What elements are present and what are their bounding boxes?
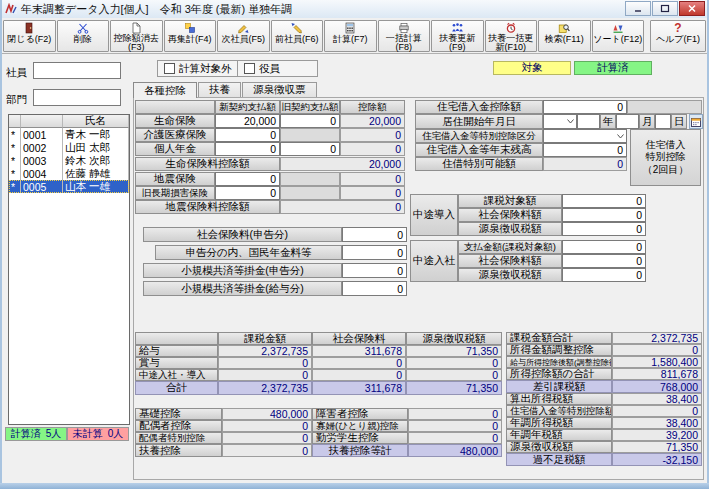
housing-deduction-input[interactable]: 0 [543,100,627,114]
tab-deductions[interactable]: 各種控除 [133,82,197,98]
housing-deduction-label: 住宅借入金控除額 [415,100,543,114]
officer-checkbox[interactable]: 役員 [238,61,317,76]
mutual-aid-salary-input[interactable]: 0 [342,281,407,296]
housing-second-deduction-button[interactable]: 住宅借入 特別控除 （2回目） [630,129,701,186]
delete-button[interactable]: 削除 [57,20,110,52]
midway-intro-taxable-label: 課税対象額 [458,194,562,208]
calendar-icon [691,117,701,127]
pension-new-input[interactable]: 0 [215,142,280,156]
day-input[interactable] [655,114,671,129]
filter-box: 計算対象外 役員 [157,60,318,77]
dependents-batch-update-button[interactable]: 扶養一括更新(F10) [485,20,538,52]
close-button[interactable] [679,1,705,16]
batch-calculate-button[interactable]: 一括計算(F8) [378,20,431,52]
housing-balance-label: 住宅借入金等年末残高 [415,143,543,157]
yearend-income-tax-value: 38,400 [612,417,702,429]
midway-join-withheld-input[interactable]: 0 [562,268,646,282]
disability-deduction-label: 障害者控除 [312,408,408,420]
housing-category-combobox[interactable] [543,129,627,143]
spouse-special-deduction-value: 0 [222,432,312,444]
dependents-update-button[interactable]: 扶養更新(F9) [431,20,484,52]
calendar-button[interactable] [689,114,703,129]
exclude-from-calc-checkbox[interactable]: 計算対象外 [158,61,238,76]
midway-intro-social-input[interactable]: 0 [562,208,646,222]
housing-balance-input[interactable]: 0 [543,143,627,157]
midway-intro-taxable-input[interactable]: 0 [562,194,646,208]
app-logo-icon [5,3,17,15]
calculated-status: 計算済 5人 [5,427,67,441]
midway-intro-withheld-input[interactable]: 0 [562,222,646,236]
mutual-aid-declared-input[interactable]: 0 [342,263,407,278]
dependent-deduction-label: 扶養控除 [135,444,222,457]
total-taxable-value: 2,372,735 [218,381,312,395]
employee-row[interactable]: * 0001 青木 一郎 [9,128,129,141]
recalc-button[interactable]: 再集計(F4) [164,20,217,52]
employee-search-input[interactable] [33,62,121,79]
next-employee-button[interactable]: 次社員(F5) [217,20,270,52]
window-frame-bottom [0,483,709,489]
printer-icon [398,22,410,34]
help-button[interactable]: ? ヘルプ(F1) [650,20,706,52]
quake-deduction-value: 0 [340,172,405,186]
disability-deduction-value: 0 [408,408,502,420]
midway-join-payment-input[interactable]: 0 [562,240,646,254]
taxable-total-value: 2,372,735 [612,332,702,344]
employee-row[interactable]: * 0003 鈴木 次郎 [9,154,129,167]
care-old-disabled [280,128,340,142]
social-insurance-label: 社会保険料(申告分) [143,227,342,242]
excess-shortage-label: 過不足税額 [506,453,612,466]
sort-icon [612,22,624,35]
housing-category-label: 住宅借入金等特別控除区分 [415,129,543,143]
employee-row[interactable]: * 0004 佐藤 静雄 [9,167,129,180]
life-old-input[interactable]: 0 [280,114,340,128]
life-new-input[interactable]: 20,000 [215,114,280,128]
app-window: 年末調整データ入力[個人] 令和 3年度 (最新) 単独年調 閉じる(F2) 削… [0,0,709,489]
chevron-down-icon [567,119,574,124]
national-pension-input[interactable]: 0 [342,245,407,260]
total-row-label: 合計 [135,381,218,395]
year-input[interactable] [577,114,600,129]
tab-dependents[interactable]: 扶養 [198,82,241,97]
housing-special-deduction-label: 住宅借入金等特別控除額 [506,405,612,417]
prev-employee-button[interactable]: 前社員(F6) [271,20,324,52]
quake-input[interactable]: 0 [215,172,280,186]
midway-join-payment-label: 支払金額(課税対象額) [458,240,562,254]
total-social-value: 311,678 [312,381,406,395]
question-icon: ? [674,22,681,35]
new-contract-header: 新契約支払額 [215,100,280,114]
month-input[interactable] [616,114,639,129]
pension-old-input[interactable]: 0 [280,142,340,156]
search-button[interactable]: 検索(F11) [538,20,591,52]
window-frame-left [0,0,2,489]
basic-deduction-label: 基礎控除 [135,408,222,420]
dependent-total-value: 480,000 [408,444,502,457]
housing-possible-label: 住借特別可能額 [415,157,543,171]
pencil-prev-icon [291,22,303,35]
minimize-button[interactable] [625,1,651,16]
care-new-input[interactable]: 0 [215,128,280,142]
total-withheld-value: 71,350 [406,381,502,395]
social-insurance-input[interactable]: 0 [342,227,407,242]
bonus-row-label: 賞与 [135,357,218,369]
calculate-button[interactable]: 計算(F7) [324,20,377,52]
era-combobox[interactable] [543,114,577,129]
year-unit-label: 年 [600,114,616,129]
summary-social-header: 社会保険料 [312,332,406,345]
employee-row[interactable]: * 0002 山田 太郎 [9,141,129,154]
sort-button[interactable]: ソート(F12) [592,20,645,52]
housing-deduction-disabled [627,100,702,114]
checkbox-icon [244,63,255,74]
dependent-total-label: 扶養控除等計 [312,444,408,457]
close-form-button[interactable]: 閉じる(F2) [3,20,56,52]
midway-taxable-value: 0 [218,369,312,381]
department-search-input[interactable] [33,89,121,106]
clear-deduction-button[interactable]: 控除額消去(F3) [110,20,163,52]
employee-row-selected[interactable]: * 0005 山本 一雄 [9,180,129,193]
tab-withholding-slip[interactable]: 源泉徴収票 [242,82,317,97]
dependent-deduction-value: 0 [222,444,312,457]
student-deduction-value: 0 [408,432,502,444]
midway-join-social-input[interactable]: 0 [562,254,646,268]
longterm-deduction-value: 0 [340,186,405,200]
longterm-input[interactable]: 0 [215,186,280,200]
maximize-button[interactable] [652,1,678,16]
